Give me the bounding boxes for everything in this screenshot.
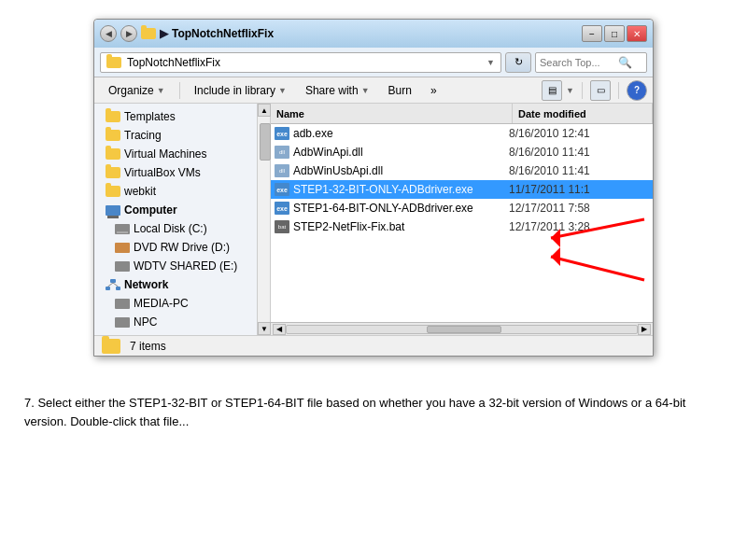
sidebar-item-label: Templates [124,110,176,123]
vbox-folder-icon [106,167,120,178]
help-button[interactable]: ? [627,80,647,101]
svg-rect-1 [106,287,110,290]
media-pc-icon [115,299,130,309]
toolbar-right: ▤ ▼ ▭ ? [542,80,647,101]
item-count: 7 items [130,340,166,353]
date-column-header[interactable]: Date modified [513,104,653,123]
table-row[interactable]: dll AdbWinApi.dll 8/16/2010 11:41 [271,143,653,161]
file-list-header: Name Date modified [271,104,653,124]
maximize-button[interactable]: □ [604,25,625,42]
sidebar-item-label: WDTV SHARED (E:) [134,259,237,273]
sidebar-scroll-down[interactable]: ▼ [258,322,271,335]
sidebar-item-virtual-machines[interactable]: Virtual Machines [94,145,257,163]
preview-pane-button[interactable]: ▭ [590,80,611,101]
address-dropdown-icon[interactable]: ▼ [486,58,495,67]
close-button[interactable]: ✕ [627,25,647,42]
search-input[interactable] [540,57,614,68]
vms-folder-icon [106,148,120,160]
sidebar-item-label: VirtualBox VMs [124,166,201,179]
search-box: 🔍 [535,52,647,73]
dvd-icon [115,243,130,253]
sidebar-scroll-thumb[interactable] [260,123,271,161]
network-icon [106,279,120,290]
sidebar-item-label: Virtual Machines [124,147,207,161]
exe-icon: exe [275,183,289,196]
sidebar-item-tracing[interactable]: Tracing [94,126,257,145]
share-with-label: Share with [305,84,359,97]
file-name: AdbWinApi.dll [293,146,509,159]
address-bar: TopNotchNetflixFix ▼ ↻ 🔍 [94,48,653,77]
sidebar-scrollbar[interactable]: ▲ ▼ [258,104,271,335]
local-disk-icon [115,224,130,234]
name-column-header[interactable]: Name [271,104,513,123]
webkit-folder-icon [106,186,120,197]
status-bar: 7 items [94,335,653,356]
toolbar-divider-3 [618,82,619,99]
sidebar-item-webkit[interactable]: webkit [94,182,257,201]
scroll-h-track[interactable] [286,325,638,334]
address-field[interactable]: TopNotchNetflixFix ▼ [100,52,501,73]
scroll-right-button[interactable]: ▶ [638,324,651,335]
file-explorer-window: ◀ ▶ ▶ TopNotchNetflixFix − □ ✕ TopNotchN… [93,19,654,357]
file-date: 12/17/2011 7:58 [509,202,649,215]
sidebar-item-label: Local Disk (C:) [134,222,207,235]
scroll-left-button[interactable]: ◀ [273,324,286,335]
address-refresh-button[interactable]: ↻ [505,52,531,73]
wdtv-icon [115,261,130,272]
computer-icon [106,205,120,216]
horizontal-scrollbar[interactable]: ◀ ▶ [271,322,653,335]
sidebar-item-label: Tracing [124,129,162,142]
table-row[interactable]: bat STEP2-NetFlix-Fix.bat 12/17/2011 3:2… [271,217,653,236]
toolbar: Organize ▼ Include in library ▼ Share wi… [94,77,653,104]
sidebar-item-dvd-drive[interactable]: DVD RW Drive (D:) [94,238,257,257]
svg-rect-0 [110,279,116,283]
toolbar-divider-2 [582,82,583,99]
include-library-dropdown-icon: ▼ [278,86,287,95]
content-area: Templates Tracing Virtual Machines Virtu… [94,104,653,335]
sidebar-item-virtualbox-vms[interactable]: VirtualBox VMs [94,163,257,182]
organize-button[interactable]: Organize ▼ [100,80,174,101]
file-name: AdbWinUsbApi.dll [293,164,509,177]
svg-line-4 [113,283,119,287]
sidebar-item-npc[interactable]: NPC [94,313,257,331]
table-row[interactable]: dll AdbWinUsbApi.dll 8/16/2010 11:41 [271,161,653,180]
table-row[interactable]: exe adb.exe 8/16/2010 12:41 [271,124,653,143]
table-row[interactable]: exe STEP1-64-BIT-ONLY-ADBdriver.exe 12/1… [271,199,653,217]
view-dropdown-icon[interactable]: ▼ [566,86,574,95]
share-with-button[interactable]: Share with ▼ [297,80,378,101]
status-folder-icon [102,339,120,354]
sidebar-item-label: Network [124,278,168,291]
back-nav-button[interactable]: ◀ [100,25,117,42]
include-library-label: Include in library [194,84,275,97]
title-bar-left: ◀ ▶ ▶ TopNotchNetflixFix [100,25,274,42]
exe-icon: exe [275,202,289,215]
sidebar-scroll-up[interactable]: ▲ [258,104,271,117]
sidebar: Templates Tracing Virtual Machines Virtu… [94,104,258,335]
file-name: STEP2-NetFlix-Fix.bat [293,220,509,233]
burn-button[interactable]: Burn [380,80,420,101]
forward-nav-button[interactable]: ▶ [120,25,137,42]
sidebar-item-computer[interactable]: Computer [94,201,257,219]
bat-icon: bat [275,220,289,233]
dll-icon: dll [275,146,289,159]
window-folder-icon [141,28,156,39]
file-date: 11/17/2011 11:1 [509,183,649,196]
search-icon[interactable]: 🔍 [618,56,632,69]
minimize-button[interactable]: − [582,25,602,42]
sidebar-item-media-pc[interactable]: MEDIA-PC [94,294,257,313]
change-view-button[interactable]: ▤ [542,80,562,101]
more-button[interactable]: » [422,80,445,101]
sidebar-item-wdtv[interactable]: WDTV SHARED (E:) [94,257,257,275]
file-date: 8/16/2010 11:41 [509,164,649,177]
table-row[interactable]: exe STEP1-32-BIT-ONLY-ADBdriver.exe 11/1… [271,180,653,199]
window-title: TopNotchNetflixFix [172,27,274,40]
sidebar-item-label: Computer [124,203,177,217]
include-library-button[interactable]: Include in library ▼ [186,80,295,101]
sidebar-item-network[interactable]: Network [94,275,257,294]
scroll-h-thumb[interactable] [427,326,501,333]
sidebar-item-local-disk[interactable]: Local Disk (C:) [94,219,257,238]
svg-rect-2 [116,287,120,290]
sidebar-item-templates[interactable]: Templates [94,107,257,126]
organize-dropdown-icon: ▼ [157,86,165,95]
file-date: 8/16/2010 12:41 [509,127,649,140]
